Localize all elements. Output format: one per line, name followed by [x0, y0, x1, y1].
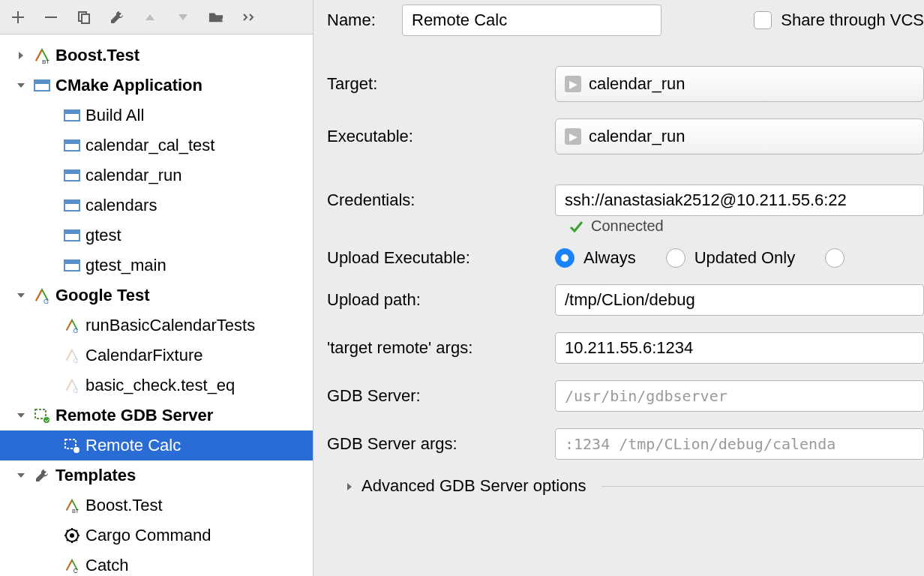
- tree-item-calendars[interactable]: calendars: [0, 190, 313, 220]
- tree-item-label: Boost.Test: [86, 496, 163, 515]
- svg-point-14: [70, 533, 74, 538]
- tree-item-basic-check-test-eq[interactable]: Gbasic_check.test_eq: [0, 370, 313, 400]
- collapse-icon[interactable]: [14, 468, 28, 483]
- copy-button[interactable]: [76, 10, 92, 25]
- tree-item-run-basic-calendar-tests[interactable]: GrunBasicCalendarTests: [0, 310, 313, 340]
- name-input[interactable]: Remote Calc: [402, 4, 662, 36]
- upload-executable-label: Upload Executable:: [327, 248, 555, 268]
- executable-value: calendar_run: [589, 127, 685, 146]
- svg-line-20: [76, 539, 77, 541]
- tree-item-label: calendars: [86, 196, 157, 215]
- tree-item-remote-gdb-server[interactable]: Remote GDB Server: [0, 400, 313, 430]
- tree-item-boost-test[interactable]: BT Boost.Test: [0, 40, 313, 70]
- tree-item-template-catch[interactable]: CCatch: [0, 550, 313, 576]
- remote-gdb-icon: [63, 436, 81, 454]
- svg-line-22: [67, 539, 68, 541]
- tree-item-label: Cargo Command: [86, 526, 212, 545]
- tree-item-templates[interactable]: Templates: [0, 460, 313, 490]
- tree-item-label: Remote Calc: [86, 436, 181, 455]
- tree-item-calendar-fixture[interactable]: GCalendarFixture: [0, 340, 313, 370]
- connection-status-text: Connected: [591, 218, 664, 235]
- radio-third[interactable]: [825, 248, 844, 268]
- row-target-remote-args: 'target remote' args: 10.211.55.6:1234: [327, 332, 924, 364]
- wrench-icon: [33, 466, 51, 484]
- svg-line-21: [76, 530, 77, 532]
- upload-path-input[interactable]: /tmp/CLion/debug: [555, 284, 924, 316]
- svg-point-9: [44, 417, 50, 423]
- tree-item-calendar-cal-test[interactable]: calendar_cal_test: [0, 130, 313, 160]
- application-icon: [63, 196, 81, 214]
- target-remote-args-input[interactable]: 10.211.55.6:1234: [555, 332, 924, 364]
- svg-text:G: G: [74, 358, 78, 363]
- tree-item-remote-calc[interactable]: Remote Calc: [0, 430, 313, 460]
- advanced-label: Advanced GDB Server options: [362, 476, 586, 496]
- google-test-dim-icon: G: [63, 376, 81, 394]
- move-down-button[interactable]: [176, 10, 190, 25]
- boost-test-icon: BT: [63, 496, 81, 514]
- remove-button[interactable]: [44, 10, 58, 25]
- svg-text:C: C: [74, 568, 78, 573]
- folder-button[interactable]: +: [208, 10, 224, 25]
- configurations-tree[interactable]: BT Boost.Test CMake Application Build Al…: [0, 34, 313, 576]
- application-icon: [63, 106, 81, 124]
- tree-item-label: gtest: [86, 226, 122, 245]
- tree-item-template-boost-test[interactable]: BTBoost.Test: [0, 490, 313, 520]
- svg-text:BT: BT: [72, 508, 80, 513]
- target-combo[interactable]: ▶ calendar_run: [555, 66, 924, 102]
- svg-rect-1: [82, 14, 89, 23]
- gdb-server-placeholder: /usr/bin/gdbserver: [565, 387, 728, 405]
- radio-updated-only[interactable]: Updated Only: [666, 248, 796, 268]
- name-label: Name:: [327, 10, 402, 30]
- tree-item-calendar-run[interactable]: calendar_run: [0, 160, 313, 190]
- radio-always[interactable]: Always: [555, 248, 636, 268]
- collapse-icon[interactable]: [14, 288, 28, 303]
- upload-path-label: Upload path:: [327, 290, 555, 310]
- application-icon: [33, 76, 51, 94]
- tree-item-label: calendar_run: [86, 166, 182, 185]
- tree-item-template-cargo-command[interactable]: Cargo Command: [0, 520, 313, 550]
- share-checkbox[interactable]: [754, 11, 772, 29]
- cargo-icon: [63, 526, 81, 544]
- credentials-value: ssh://anastasiak2512@10.211.55.6:22: [565, 190, 847, 210]
- more-button[interactable]: [242, 10, 256, 25]
- credentials-input[interactable]: ssh://anastasiak2512@10.211.55.6:22: [555, 184, 924, 216]
- collapse-icon[interactable]: [14, 78, 28, 93]
- share-through-vcs[interactable]: Share through VCS: [754, 10, 924, 30]
- gdb-server-label: GDB Server:: [327, 386, 555, 406]
- tree-item-label: Catch: [86, 556, 128, 575]
- check-icon: [568, 219, 584, 234]
- upload-path-value: /tmp/CLion/debug: [565, 290, 695, 310]
- tree-item-google-test[interactable]: G Google Test: [0, 280, 313, 310]
- svg-line-19: [67, 530, 68, 532]
- application-icon: [63, 166, 81, 184]
- gdb-server-input[interactable]: /usr/bin/gdbserver: [555, 380, 924, 412]
- expand-icon[interactable]: [14, 48, 28, 63]
- gdb-server-args-placeholder: :1234 /tmp/CLion/debug/calenda: [565, 435, 836, 453]
- add-button[interactable]: [10, 10, 26, 25]
- tree-item-label: Build All: [86, 106, 144, 125]
- move-up-button[interactable]: [142, 10, 158, 25]
- target-remote-args-label: 'target remote' args:: [327, 338, 555, 358]
- edit-templates-button[interactable]: [110, 10, 124, 25]
- tree-item-gtest-main[interactable]: gtest_main: [0, 250, 313, 280]
- application-icon: [63, 136, 81, 154]
- executable-combo[interactable]: ▶ calendar_run: [555, 118, 924, 154]
- row-credentials: Credentials: ssh://anastasiak2512@10.211…: [327, 184, 924, 216]
- tree-item-gtest[interactable]: gtest: [0, 220, 313, 250]
- row-upload-executable: Upload Executable: Always Updated Only: [327, 248, 924, 268]
- collapse-icon[interactable]: [14, 408, 28, 423]
- executable-icon: ▶: [565, 128, 581, 145]
- tree-item-cmake-application[interactable]: CMake Application: [0, 70, 313, 100]
- svg-rect-10: [65, 440, 76, 448]
- svg-text:BT: BT: [42, 58, 50, 64]
- target-label: Target:: [327, 74, 555, 94]
- tree-item-build-all[interactable]: Build All: [0, 100, 313, 130]
- tree-item-label: CalendarFixture: [86, 346, 203, 365]
- tree-item-label: gtest_main: [86, 256, 166, 275]
- advanced-gdb-server-options[interactable]: Advanced GDB Server options: [345, 476, 924, 496]
- row-gdb-server: GDB Server: /usr/bin/gdbserver: [327, 380, 924, 412]
- svg-point-11: [74, 447, 80, 453]
- tree-item-label: Remote GDB Server: [56, 406, 213, 425]
- target-value: calendar_run: [589, 74, 685, 94]
- gdb-server-args-input[interactable]: :1234 /tmp/CLion/debug/calenda: [555, 428, 924, 460]
